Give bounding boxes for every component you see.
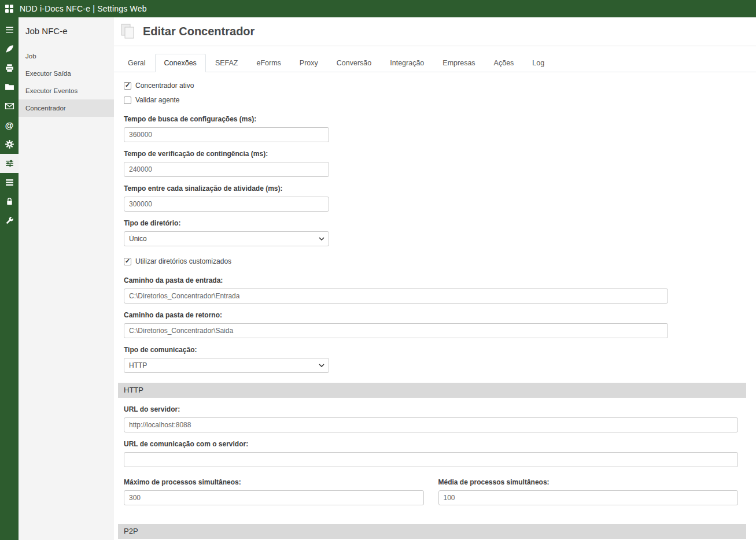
http-section-body: URL do servidor: URL de comunicação com … <box>118 398 746 514</box>
app-logo-icon <box>5 5 13 13</box>
tempo-sinalizacao-label: Tempo entre cada sinalização de atividad… <box>124 184 746 193</box>
max-processos-input[interactable] <box>124 490 424 505</box>
tab-acoes[interactable]: Ações <box>485 54 523 72</box>
rail-item-sliders[interactable] <box>0 154 19 173</box>
concentrador-ativo-label: Concentrador ativo <box>135 82 194 90</box>
caminho-entrada-group: Caminho da pasta de entrada: <box>124 276 746 304</box>
feather-icon <box>5 44 14 54</box>
rail-item-feather[interactable] <box>0 39 19 58</box>
lock-icon <box>5 197 14 206</box>
topbar: NDD i-Docs NFC-e | Settings Web <box>0 0 756 17</box>
concentrador-ativo-row: Concentrador ativo <box>124 82 746 90</box>
page-title: Editar Concentrador <box>143 25 255 38</box>
rail-item-gear[interactable] <box>0 135 19 154</box>
tempo-sinalizacao-group: Tempo entre cada sinalização de atividad… <box>124 184 746 212</box>
wrench-icon <box>5 216 14 225</box>
tipo-diretorio-select[interactable]: Único <box>124 231 329 246</box>
sliders-icon <box>5 158 14 168</box>
max-processos-label: Máximo de processos simultâneos: <box>124 478 424 486</box>
url-comunicacao-input[interactable] <box>124 452 738 467</box>
folder-icon <box>5 82 14 92</box>
sidebar-item-executor-saida[interactable]: Executor Saída <box>19 65 114 82</box>
gear-icon <box>5 139 14 149</box>
validar-agente-checkbox[interactable] <box>124 97 131 104</box>
validar-agente-row: Validar agente <box>124 96 746 104</box>
tab-sefaz[interactable]: SEFAZ <box>206 54 248 72</box>
sidebar-item-job[interactable]: Job <box>19 47 114 65</box>
rail-item-rows[interactable] <box>0 173 19 192</box>
rail-item-envelope[interactable] <box>0 97 19 116</box>
tab-integracao[interactable]: Integração <box>381 54 433 72</box>
http-section: HTTP URL do servidor: URL de comunicação… <box>118 383 746 514</box>
tempo-contingencia-input[interactable] <box>124 162 329 177</box>
url-servidor-label: URL do servidor: <box>124 405 738 413</box>
menu-icon <box>5 25 14 35</box>
caminho-retorno-group: Caminho da pasta de retorno: <box>124 311 746 338</box>
icon-rail: @ <box>0 17 19 540</box>
media-processos-group: Média de processos simultâneos: <box>438 478 739 505</box>
printer-icon <box>5 63 14 73</box>
tab-empresas[interactable]: Empresas <box>433 54 484 72</box>
url-comunicacao-label: URL de comunicação com o servidor: <box>124 440 738 448</box>
rail-item-printer[interactable] <box>0 58 19 77</box>
sidebar-item-executor-eventos[interactable]: Executor Eventos <box>19 82 114 99</box>
sidebar-item-concentrador[interactable]: Concentrador <box>19 99 114 117</box>
validar-agente-label: Validar agente <box>135 96 180 104</box>
processos-row: Máximo de processos simultâneos: Média d… <box>124 478 738 513</box>
tempo-busca-label: Tempo de busca de configurações (ms): <box>124 115 746 123</box>
max-processos-group: Máximo de processos simultâneos: <box>124 478 424 505</box>
tab-geral[interactable]: Geral <box>119 54 155 72</box>
diretorios-customizados-label: Utilizar diretórios customizados <box>135 257 231 265</box>
rail-item-lock[interactable] <box>0 192 19 211</box>
tempo-sinalizacao-input[interactable] <box>124 197 329 212</box>
url-comunicacao-group: URL de comunicação com o servidor: <box>124 440 738 467</box>
tempo-contingencia-group: Tempo de verificação de contingência (ms… <box>124 150 746 177</box>
url-servidor-input[interactable] <box>124 417 738 432</box>
tab-conversao[interactable]: Conversão <box>327 54 381 72</box>
content-header: Editar Concentrador <box>114 17 756 46</box>
tipo-comunicacao-select[interactable]: HTTP <box>124 358 329 373</box>
concentrador-ativo-checkbox[interactable] <box>124 82 131 90</box>
caminho-entrada-input[interactable] <box>124 289 668 304</box>
main-content: Editar Concentrador Geral Conexões SEFAZ… <box>114 17 756 540</box>
rail-item-menu[interactable] <box>0 20 19 39</box>
caminho-entrada-label: Caminho da pasta de entrada: <box>124 276 746 284</box>
concentrador-form: Concentrador ativo Validar agente Tempo … <box>114 72 756 540</box>
rows-icon <box>5 177 14 187</box>
caminho-retorno-label: Caminho da pasta de retorno: <box>124 311 746 319</box>
app-title: NDD i-Docs NFC-e | Settings Web <box>20 4 147 13</box>
sidebar-title: Job NFC-e <box>19 17 114 47</box>
rail-item-at[interactable]: @ <box>0 116 19 135</box>
tempo-busca-input[interactable] <box>124 127 329 142</box>
url-servidor-group: URL do servidor: <box>124 405 738 432</box>
http-section-header[interactable]: HTTP <box>118 383 746 398</box>
p2p-section-header[interactable]: P2P <box>118 524 746 539</box>
tipo-diretorio-label: Tipo de diretório: <box>124 219 746 227</box>
rail-item-wrench[interactable] <box>0 211 19 230</box>
media-processos-label: Média de processos simultâneos: <box>438 478 739 486</box>
sidebar: Job NFC-e Job Executor Saída Executor Ev… <box>19 17 114 540</box>
rail-item-folder[interactable] <box>0 77 19 97</box>
at-icon: @ <box>5 120 14 130</box>
envelope-icon <box>5 101 14 111</box>
tipo-diretorio-group: Tipo de diretório: Único <box>124 219 746 246</box>
tipo-comunicacao-group: Tipo de comunicação: HTTP <box>124 346 746 373</box>
tab-proxy[interactable]: Proxy <box>290 54 327 72</box>
tab-bar: Geral Conexões SEFAZ eForms Proxy Conver… <box>114 46 756 72</box>
tempo-busca-group: Tempo de busca de configurações (ms): <box>124 115 746 142</box>
tab-log[interactable]: Log <box>523 54 554 72</box>
p2p-section: P2P <box>118 524 746 539</box>
caminho-retorno-input[interactable] <box>124 323 668 338</box>
tab-eforms[interactable]: eForms <box>247 54 290 72</box>
tab-conexoes[interactable]: Conexões <box>155 54 206 72</box>
media-processos-input[interactable] <box>438 490 739 505</box>
diretorios-customizados-checkbox[interactable] <box>124 258 131 265</box>
diretorios-customizados-row: Utilizar diretórios customizados <box>124 257 746 265</box>
tipo-comunicacao-label: Tipo de comunicação: <box>124 346 746 354</box>
document-copy-icon <box>119 22 137 40</box>
tempo-contingencia-label: Tempo de verificação de contingência (ms… <box>124 150 746 158</box>
